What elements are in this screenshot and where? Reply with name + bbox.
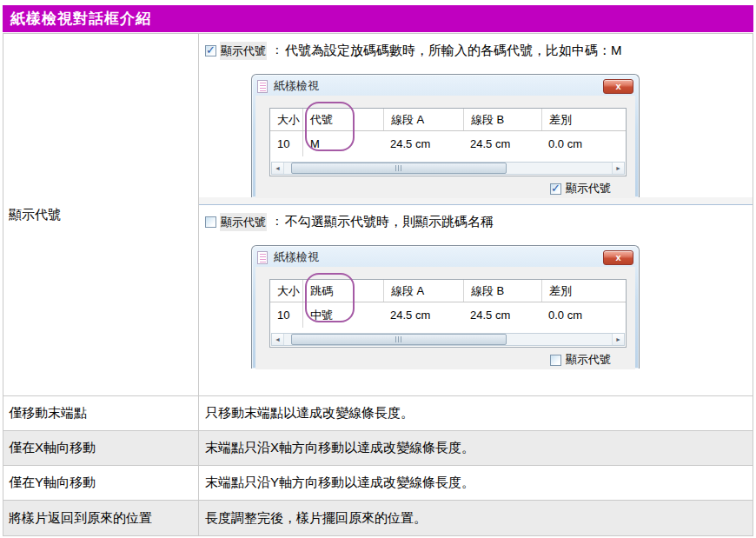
cell-segment-a: 24.5 cm (383, 131, 463, 156)
dialog-show-code-checkbox[interactable] (550, 183, 561, 195)
page-title: 紙樣檢視對話框介紹 (3, 5, 753, 32)
section-hide-code: 顯示代號 ： 不勾選顯示代號時，則顯示跳碼名稱 紙樣檢視 x (199, 205, 753, 369)
section-show-code: 顯示代號 ： 代號為設定放碼碼數時，所輸入的各碼代號，比如中碼：M 紙樣檢視 x (199, 34, 753, 197)
table-row: 將樣片返回到原來的位置 長度調整完後，樣片擺回原來的位置。 (3, 501, 753, 535)
show-code-checkbox-unchecked[interactable] (205, 216, 216, 228)
dialog-titlebar[interactable]: 紙樣檢視 x (255, 248, 635, 267)
cell-segment-b: 24.5 cm (463, 131, 541, 156)
colon-separator: ： (271, 214, 283, 229)
checkbox-label: 顯示代號 (220, 42, 267, 60)
row-description: 末端點只沿X軸方向移動以達成改變線條長度。 (199, 431, 753, 465)
dialog-title: 紙樣檢視 (274, 249, 603, 265)
size-table: 大小 代號 線段 A 線段 B 差別 10 M (269, 108, 627, 176)
size-table-header: 大小 代號 線段 A 線段 B 差別 (270, 109, 626, 131)
dialog-title: 紙樣檢視 (274, 78, 603, 94)
col-header-code[interactable]: 代號 (303, 109, 384, 130)
horizontal-scrollbar[interactable]: ◄ ► (271, 162, 625, 175)
size-table-wrap: 大小 跳碼 線段 A 線段 B 差別 10 中號 (269, 279, 627, 348)
scrollbar-thumb[interactable] (291, 163, 507, 174)
scroll-left-icon[interactable]: ◄ (272, 163, 284, 174)
col-header-segment-b[interactable]: 線段 B (464, 109, 542, 130)
cell-segment-b: 24.5 cm (463, 302, 541, 328)
scrollbar-track[interactable] (284, 163, 612, 174)
pattern-doc-icon (257, 251, 268, 264)
close-icon[interactable]: x (603, 250, 633, 265)
size-table-row[interactable]: 10 M 24.5 cm 24.5 cm 0.0 cm (270, 131, 626, 156)
row-label: 僅移動末端點 (3, 396, 199, 430)
row-label: 顯示代號 (3, 34, 199, 395)
cell-grade: 中號 (302, 302, 383, 328)
col-header-diff[interactable]: 差別 (542, 280, 626, 302)
cell-diff: 0.0 cm (541, 302, 626, 328)
dialog-checkbox-label: 顯示代號 (566, 181, 611, 196)
dialog-checkbox-row: 顯示代號 (269, 352, 611, 368)
colon-separator: ： (271, 43, 283, 58)
show-code-checkbox[interactable] (205, 45, 216, 56)
table-row: 僅在X軸向移動 末端點只沿X軸方向移動以達成改變線條長度。 (3, 431, 753, 466)
col-header-segment-a[interactable]: 線段 A (384, 280, 464, 302)
dialog-checkbox-row: 顯示代號 (269, 181, 611, 196)
pattern-doc-icon (257, 80, 268, 93)
row-label: 將樣片返回到原來的位置 (3, 501, 199, 535)
section-divider (199, 197, 753, 205)
dialog-show-code-checkbox[interactable] (550, 355, 561, 366)
scroll-right-icon[interactable]: ► (612, 334, 624, 345)
close-icon[interactable]: x (603, 79, 633, 94)
pattern-view-dialog: 紙樣檢視 x 大小 代號 線段 A 線段 B (251, 74, 640, 197)
checkbox-description: 代號為設定放碼碼數時，所輸入的各碼代號，比如中碼：M (285, 43, 622, 59)
checkbox-line: 顯示代號 ： 不勾選顯示代號時，則顯示跳碼名稱 (199, 205, 753, 229)
cell-segment-a: 24.5 cm (383, 302, 463, 328)
dialog-client-area: 大小 跳碼 線段 A 線段 B 差別 10 中號 (255, 267, 635, 369)
row-description: 只移動末端點以達成改變線條長度。 (199, 396, 753, 430)
table-row: 僅移動末端點 只移動末端點以達成改變線條長度。 (3, 396, 753, 431)
cell-diff: 0.0 cm (541, 131, 626, 156)
scroll-right-icon[interactable]: ► (612, 163, 624, 174)
scroll-left-icon[interactable]: ◄ (272, 334, 284, 345)
scrollbar-thumb[interactable] (291, 334, 507, 345)
col-header-segment-b[interactable]: 線段 B (464, 280, 542, 302)
col-header-size[interactable]: 大小 (270, 109, 303, 130)
col-header-diff[interactable]: 差別 (542, 109, 626, 130)
row-label: 僅在Y軸向移動 (3, 466, 199, 500)
row-description: 末端點只沿Y軸方向移動以達成改變線條長度。 (199, 466, 753, 500)
table-row: 顯示代號 顯示代號 ： 代號為設定放碼碼數時，所輸入的各碼代號，比如中碼：M 紙… (3, 34, 753, 396)
size-table: 大小 跳碼 線段 A 線段 B 差別 10 中號 (269, 279, 627, 348)
row-label: 僅在X軸向移動 (3, 431, 199, 465)
col-header-size[interactable]: 大小 (270, 280, 303, 302)
size-table-header: 大小 跳碼 線段 A 線段 B 差別 (270, 280, 626, 302)
checkbox-line: 顯示代號 ： 代號為設定放碼碼數時，所輸入的各碼代號，比如中碼：M (199, 34, 753, 58)
checkbox-description: 不勾選顯示代號時，則顯示跳碼名稱 (285, 214, 494, 230)
col-header-grade[interactable]: 跳碼 (303, 280, 384, 302)
checkbox-label: 顯示代號 (220, 213, 267, 231)
col-header-segment-a[interactable]: 線段 A (384, 109, 464, 130)
size-table-row[interactable]: 10 中號 24.5 cm 24.5 cm 0.0 cm (270, 302, 626, 328)
doc-page: 紙樣檢視對話框介紹 顯示代號 顯示代號 ： 代號為設定放碼碼數時，所輸入的各碼代… (0, 0, 756, 538)
row-content: 顯示代號 ： 代號為設定放碼碼數時，所輸入的各碼代號，比如中碼：M 紙樣檢視 x (199, 34, 753, 395)
cell-code: M (302, 131, 383, 156)
cell-size: 10 (270, 302, 303, 328)
table-row: 僅在Y軸向移動 末端點只沿Y軸方向移動以達成改變線條長度。 (3, 466, 753, 501)
pattern-view-dialog: 紙樣檢視 x 大小 跳碼 線段 A 線段 B (251, 245, 640, 369)
row-description: 長度調整完後，樣片擺回原來的位置。 (199, 501, 753, 535)
dialog-client-area: 大小 代號 線段 A 線段 B 差別 10 M (255, 96, 635, 198)
help-table: 顯示代號 顯示代號 ： 代號為設定放碼碼數時，所輸入的各碼代號，比如中碼：M 紙… (3, 33, 753, 536)
dialog-checkbox-label: 顯示代號 (566, 352, 611, 368)
horizontal-scrollbar[interactable]: ◄ ► (271, 333, 625, 346)
cell-size: 10 (270, 131, 303, 156)
dialog-titlebar[interactable]: 紙樣檢視 x (255, 76, 635, 96)
size-table-wrap: 大小 代號 線段 A 線段 B 差別 10 M (269, 108, 627, 176)
scrollbar-track[interactable] (284, 334, 612, 345)
